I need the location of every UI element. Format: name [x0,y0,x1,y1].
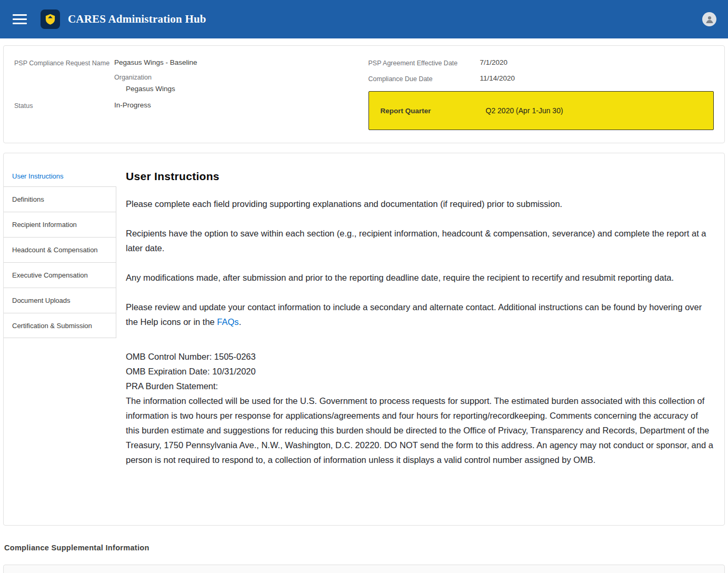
instruction-paragraph: Any modifications made, after submission… [126,270,714,285]
app-header: CARES Administration Hub [0,0,728,38]
report-quarter-label: Report Quarter [381,107,474,115]
omb-expiration-date: OMB Expiration Date: 10/31/2020 [126,364,714,379]
tab-executive-compensation[interactable]: Executive Compensation [4,262,116,288]
field-value: 11/14/2020 [480,73,515,84]
tab-document-uploads[interactable]: Document Uploads [4,288,116,313]
field-value: Pegasus Wings [114,84,175,93]
report-quarter-value: Q2 2020 (Apr 1-Jun 30) [474,106,563,115]
omb-statement-block: OMB Control Number: 1505-0263 OMB Expira… [126,349,714,467]
summary-right-column: PSP Agreement Effective Date 7/1/2020 Co… [368,57,714,130]
field-label: PSP Compliance Request Name [14,57,114,68]
hamburger-menu-icon[interactable] [13,12,27,27]
shield-logo-icon [44,13,56,25]
instruction-paragraph: Recipients have the option to save withi… [126,226,714,255]
field-value: 7/1/2020 [480,57,508,68]
user-avatar-icon [704,14,715,25]
tab-user-instructions[interactable]: User Instructions [4,165,116,186]
omb-control-number: OMB Control Number: 1505-0263 [126,349,714,364]
field-value: Pegasus Wings - Baseline [114,57,197,68]
tab-certification-submission[interactable]: Certification & Submission [4,313,116,338]
report-quarter-highlight: Report Quarter Q2 2020 (Apr 1-Jun 30) [368,91,714,130]
field-psp-agreement-effective-date: PSP Agreement Effective Date 7/1/2020 [368,57,714,68]
user-instructions-panel: User Instructions Please complete each f… [116,153,724,525]
instruction-paragraph: Please complete each field providing sup… [126,196,714,211]
field-label: Organization [114,73,175,84]
summary-left-column: PSP Compliance Request Name Pegasus Wing… [14,57,360,130]
tab-recipient-information[interactable]: Recipient Information [4,212,116,237]
report-sections-card: User Instructions Definitions Recipient … [3,153,725,526]
app-logo [41,9,60,29]
panel-title: User Instructions [126,170,714,183]
contact-instruction-paragraph: Please review and update your contact in… [126,300,714,329]
field-organization: Organization Pegasus Wings [14,73,360,93]
section-tabs: User Instructions Definitions Recipient … [4,153,116,525]
compliance-summary-card: PSP Compliance Request Name Pegasus Wing… [3,45,725,143]
faqs-link[interactable]: FAQs [217,317,238,327]
field-compliance-due-date: Compliance Due Date 11/14/2020 [368,73,714,84]
tab-headcount-compensation[interactable]: Headcount & Compensation [4,237,116,262]
user-avatar-button[interactable] [702,12,716,26]
field-label: PSP Agreement Effective Date [368,57,480,68]
tab-definitions[interactable]: Definitions [4,186,116,212]
status-value: In-Progress [114,100,151,111]
field-psp-compliance-request-name: PSP Compliance Request Name Pegasus Wing… [14,57,360,68]
field-status: Status In-Progress [14,100,360,111]
field-label: Status [14,100,114,111]
field-label: Compliance Due Date [368,73,480,84]
pra-burden-text: The information collected will be used f… [126,393,714,467]
app-title: CARES Administration Hub [68,13,206,26]
supplemental-information-card-stub [3,565,725,573]
compliance-supplemental-information-title: Compliance Supplemental Information [4,544,728,552]
pra-burden-label: PRA Burden Statement: [126,379,714,393]
